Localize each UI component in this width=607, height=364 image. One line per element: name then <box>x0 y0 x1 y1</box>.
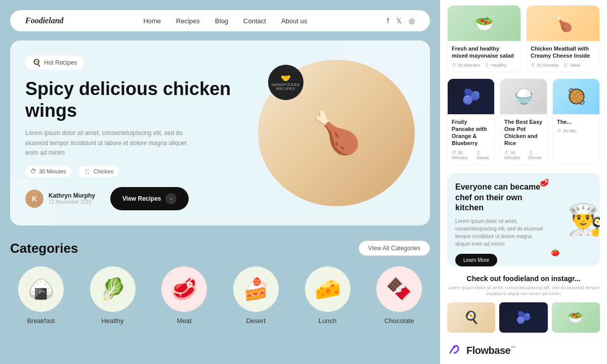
flowbase-name: Flowbase™ <box>466 345 515 356</box>
category-name-desert: Desert <box>246 317 266 325</box>
hero-author-row: K Kathryn Murphy 12 November 2021 View R… <box>25 187 258 210</box>
category-item-breakfast[interactable]: 🍙 Breakfast <box>10 266 72 325</box>
category-icon-healthy: 🥬 <box>90 266 136 312</box>
nav-blog[interactable]: Blog <box>215 17 228 25</box>
hot-recipes-label: Hot Recipes <box>44 59 77 66</box>
category-item-lunch[interactable]: 🧀 Lunch <box>297 266 359 325</box>
author-info: Kathryn Murphy 12 November 2021 <box>49 192 95 205</box>
category-name-breakfast: Breakfast <box>27 317 55 325</box>
rice-category: 🍴 Dinner <box>529 150 543 160</box>
badge-icon: 🤝 <box>281 73 291 83</box>
instagram-title: Check out foodieland on instagr... <box>447 275 600 283</box>
chef-description: Lorem ipsum dolor sit amet, consectetuip… <box>455 217 546 248</box>
hero-image-area: 🤝 HANDPICKED RECIPES 🍗 <box>258 60 415 206</box>
category-item-healthy[interactable]: 🥬 Healthy <box>82 266 144 325</box>
flowbase-logo-icon <box>447 342 461 359</box>
fork-icon-s: 🍴 <box>484 63 490 68</box>
category-name-meat: Meat <box>177 317 192 325</box>
recipe-card-salad-body: Fresh and healthy mixed mayonaise salad … <box>448 41 521 72</box>
third-time: ⏱ 30 Min <box>557 128 577 133</box>
categories-grid: 🍙 Breakfast 🥬 Healthy 🥩 Meat 🍰 Desert 🧀 … <box>10 266 430 325</box>
instagram-section: Check out foodieland on instagr... Lorem… <box>447 275 600 333</box>
meat-decoration: 🥩 <box>539 178 549 188</box>
chef-section: Everyone can became chef on their own ki… <box>447 173 600 266</box>
recipe-cards-row-2: 🫐 Fruity Pancake with Orange & Blueberry… <box>447 78 600 165</box>
recipe-card-rice-meta: ⏱ 30 Minutes 🍴 Dinner <box>504 150 543 160</box>
view-all-categories-button[interactable]: View All Categories <box>359 241 430 256</box>
site-logo: Foodieland <box>25 16 64 25</box>
recipe-card-salad-title: Fresh and healthy mixed mayonaise salad <box>452 45 516 60</box>
hero-category-meta: 🍴 Chicken <box>78 166 119 177</box>
instagram-icon[interactable]: ◎ <box>409 17 415 25</box>
recipe-card-salad[interactable]: 🥗 Fresh and healthy mixed mayonaise sala… <box>447 5 521 72</box>
recipe-card-third-image: 🥘 <box>553 79 599 114</box>
nav-contact[interactable]: Contact <box>243 17 266 25</box>
svg-point-0 <box>453 346 456 348</box>
author-date: 12 November 2021 <box>49 199 95 205</box>
pancake-time: ⏱ 30 Minutes <box>452 150 472 160</box>
chicken-category: 🍴Meal <box>563 63 580 68</box>
arrow-icon: → <box>165 193 177 204</box>
clock-icon: ⏱ <box>30 168 36 175</box>
hero-time-meta: ⏱ 30 Minutes <box>25 166 71 177</box>
hot-recipes-badge: 🍳 Hot Recipes <box>25 56 84 70</box>
category-item-chocolate[interactable]: 🍫 Chocolate <box>368 266 430 325</box>
recipe-card-chicken-title: Chicken Meatball with Creamy Cheese Insi… <box>531 45 595 60</box>
insta-preview-3[interactable]: 🥗 <box>552 302 600 333</box>
category-icon-breakfast: 🍙 <box>18 266 64 312</box>
nav-recipes[interactable]: Recipes <box>176 17 200 25</box>
instagram-description: Lorem ipsum dolor sit amet, consectetuip… <box>447 285 600 297</box>
hero-description: Lorem ipsum dolor sit amet, consectetuip… <box>25 128 187 158</box>
chef-title: Everyone can became chef on their own ki… <box>455 182 546 213</box>
nav-about[interactable]: About us <box>281 17 307 25</box>
recipe-card-third-body: The... ⏱ 30 Min <box>553 114 599 138</box>
facebook-icon[interactable]: f <box>387 17 389 25</box>
badge-text: HANDPICKED RECIPES <box>268 83 304 92</box>
recipe-cards-row-1: 🥗 Fresh and healthy mixed mayonaise sala… <box>447 5 600 72</box>
nav-social: f 𝕏 ◎ <box>387 17 415 25</box>
nav-home[interactable]: Home <box>143 17 161 25</box>
hero-section: 🍳 Hot Recipes Spicy delicious chicken wi… <box>10 40 430 225</box>
insta-preview-2[interactable]: 🫐 <box>499 302 547 333</box>
recipe-card-pancake[interactable]: 🫐 Fruity Pancake with Orange & Blueberry… <box>447 78 495 165</box>
recipe-card-chicken[interactable]: 🍗 Chicken Meatball with Creamy Cheese In… <box>526 5 600 72</box>
insta-preview-1[interactable]: 🍳 <box>447 302 495 333</box>
categories-title: Categories <box>10 241 78 256</box>
salad-time: ⏱30 Minutes <box>452 63 480 68</box>
hero-title: Spicy delicious chicken wings <box>25 78 258 121</box>
recipe-card-third-meta: ⏱ 30 Min <box>557 128 595 133</box>
recipe-card-rice[interactable]: 🍚 The Best Easy One Pot Chicken and Rice… <box>500 78 547 165</box>
categories-section: Categories View All Categories 🍙 Breakfa… <box>10 241 430 325</box>
hero-time-label: 30 Minutes <box>39 168 66 174</box>
navbar: Foodieland Home Recipes Blog Contact Abo… <box>10 10 430 31</box>
fire-icon: 🍳 <box>32 59 41 67</box>
food-icon: 🍴 <box>83 168 91 175</box>
recipe-card-pancake-body: Fruity Pancake with Orange & Blueberry ⏱… <box>448 114 494 164</box>
category-item-meat[interactable]: 🥩 Meat <box>153 266 215 325</box>
category-icon-meat: 🥩 <box>161 266 207 312</box>
handpicked-badge: 🤝 HANDPICKED RECIPES <box>268 65 304 100</box>
category-icon-chocolate: 🍫 <box>376 266 422 312</box>
category-name-lunch: Lunch <box>319 317 336 325</box>
twitter-icon[interactable]: 𝕏 <box>396 17 402 25</box>
recipe-card-chicken-body: Chicken Meatball with Creamy Cheese Insi… <box>527 41 599 72</box>
recipe-card-rice-image: 🍚 <box>500 79 547 114</box>
hero-category-label: Chicken <box>94 168 114 174</box>
recipe-card-rice-body: The Best Easy One Pot Chicken and Rice ⏱… <box>500 114 547 164</box>
hero-content: 🍳 Hot Recipes Spicy delicious chicken wi… <box>25 56 258 210</box>
chef-emoji: 👨‍🍳 <box>567 202 600 238</box>
category-item-desert[interactable]: 🍰 Desert <box>225 266 287 325</box>
category-name-chocolate: Chocolate <box>384 317 414 325</box>
fork-icon-c: 🍴 <box>563 63 569 68</box>
instagram-previews: 🍳 🫐 🥗 <box>447 302 600 333</box>
pancake-category: 🍴 Sweet <box>476 150 490 160</box>
recipe-card-pancake-image: 🫐 <box>448 79 494 114</box>
recipe-card-pancake-meta: ⏱ 30 Minutes 🍴 Sweet <box>452 150 490 160</box>
flowbase-brand: Flowbase™ <box>447 338 600 359</box>
learn-more-button[interactable]: Learn More <box>455 254 497 266</box>
recipe-card-third-title: The... <box>557 118 595 125</box>
recipe-card-rice-title: The Best Easy One Pot Chicken and Rice <box>504 118 543 147</box>
chicken-time: ⏱30 Minutes <box>531 63 559 68</box>
view-recipes-button[interactable]: View Recipes → <box>110 187 189 210</box>
recipe-card-third[interactable]: 🥘 The... ⏱ 30 Min <box>552 78 600 165</box>
